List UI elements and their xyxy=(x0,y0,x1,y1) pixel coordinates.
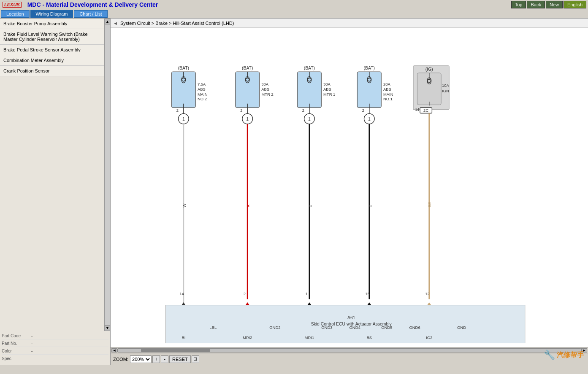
svg-text:15: 15 xyxy=(365,291,370,296)
svg-text:1: 1 xyxy=(246,117,249,121)
breadcrumb-back-arrow[interactable]: ◄ xyxy=(113,21,118,26)
svg-marker-96 xyxy=(427,302,431,305)
prop-part-no: Part No. - xyxy=(2,340,108,347)
nav-buttons: Top Back New English xyxy=(509,0,588,9)
svg-text:30A: 30A xyxy=(261,82,269,86)
diagram-svg: (BAT) 7.5A ABS MAIN NO.2 2 1 W xyxy=(111,28,588,347)
breadcrumb-path: System Circuit > Brake > Hill-Start Assi… xyxy=(120,21,234,26)
content-area: ◄ System Circuit > Brake > Hill-Start As… xyxy=(111,19,588,365)
prop-part-no-value: - xyxy=(31,341,33,346)
prop-color-value: - xyxy=(31,349,33,353)
svg-text:2: 2 xyxy=(244,291,246,296)
prop-part-no-label: Part No. xyxy=(2,341,31,346)
scroll-down-button[interactable]: ▼ xyxy=(105,325,111,331)
svg-marker-92 xyxy=(182,302,185,305)
svg-text:NO.1: NO.1 xyxy=(383,97,393,101)
svg-text:30A: 30A xyxy=(323,82,331,86)
top-button[interactable]: Top xyxy=(511,1,526,8)
watermark-text: 汽修帮手 xyxy=(557,351,584,360)
breadcrumb: ◄ System Circuit > Brake > Hill-Start As… xyxy=(111,19,588,28)
bottombar: ZOOM: 200% 50% 100% 150% 300% + - RESET … xyxy=(111,353,588,365)
zoom-select[interactable]: 200% 50% 100% 150% 300% xyxy=(130,355,152,363)
hscroll-left-arrow[interactable]: ◄ xyxy=(111,348,117,352)
svg-text:ABS: ABS xyxy=(323,87,331,92)
properties-panel: Part Code - Part No. - Color - Spec - xyxy=(0,331,110,365)
svg-text:IG2: IG2 xyxy=(426,335,432,340)
svg-text:BE: BE xyxy=(427,202,432,207)
new-button[interactable]: New xyxy=(546,1,563,8)
svg-text:GND2: GND2 xyxy=(269,325,280,330)
svg-text:R: R xyxy=(246,204,250,207)
reset-button[interactable]: RESET xyxy=(169,355,191,363)
tab-wiring-diagram[interactable]: Wiring Diagram xyxy=(30,10,73,18)
scroll-up-button[interactable]: ▲ xyxy=(105,19,111,24)
back-button[interactable]: Back xyxy=(527,1,545,8)
svg-text:GND6: GND6 xyxy=(409,325,420,330)
svg-text:MTR 2: MTR 2 xyxy=(261,92,273,97)
hscroll-track[interactable] xyxy=(117,348,581,352)
prop-spec: Spec - xyxy=(2,355,108,362)
svg-text:1: 1 xyxy=(305,291,307,296)
horizontal-scrollbar[interactable]: ◄ ► xyxy=(111,347,588,353)
svg-text:GND3: GND3 xyxy=(321,325,332,330)
svg-text:NO.2: NO.2 xyxy=(198,97,207,101)
svg-text:1: 1 xyxy=(182,117,185,121)
svg-text:14: 14 xyxy=(415,108,420,112)
fit-button[interactable]: ⊡ xyxy=(192,355,199,363)
sidebar-scrollbar: ▲ ▼ xyxy=(104,19,110,331)
app-title: MDC - Material Development & Delivery Ce… xyxy=(24,1,509,8)
svg-text:MAIN: MAIN xyxy=(383,92,393,97)
zoom-label: ZOOM: xyxy=(113,357,128,362)
zoom-in-button[interactable]: + xyxy=(152,355,160,363)
hscroll-thumb[interactable] xyxy=(141,349,211,352)
sidebar-item-1[interactable]: Brake Fluid Level Warning Switch (Brake … xyxy=(0,29,104,45)
svg-text:12: 12 xyxy=(425,291,430,296)
sidebar-item-2[interactable]: Brake Pedal Stroke Sensor Assembly xyxy=(0,45,104,55)
svg-text:GND: GND xyxy=(457,325,466,330)
svg-text:(IG): (IG) xyxy=(425,67,433,72)
svg-text:B: B xyxy=(368,205,372,207)
svg-text:2: 2 xyxy=(302,108,304,113)
sidebar: Brake Booster Pump Assembly Brake Fluid … xyxy=(0,19,111,365)
svg-text:MTR 1: MTR 1 xyxy=(323,92,335,97)
zoom-out-button[interactable]: - xyxy=(161,355,168,363)
svg-text:2: 2 xyxy=(240,108,242,113)
svg-text:(BAT): (BAT) xyxy=(242,66,253,70)
sidebar-item-3[interactable]: Combination Meter Assembly xyxy=(0,55,104,66)
prop-part-code-value: - xyxy=(31,334,33,338)
english-button[interactable]: English xyxy=(564,1,586,8)
svg-text:14: 14 xyxy=(179,291,184,296)
svg-text:ABS: ABS xyxy=(261,87,269,92)
svg-text:IGN: IGN xyxy=(442,89,449,93)
svg-text:(BAT): (BAT) xyxy=(178,66,189,70)
svg-text:BI: BI xyxy=(182,335,185,340)
watermark: 🔧 汽修帮手 xyxy=(544,350,584,361)
svg-text:B: B xyxy=(308,205,312,207)
logo: LEXUS xyxy=(0,1,24,8)
svg-text:2: 2 xyxy=(176,108,179,113)
svg-text:MRI1: MRI1 xyxy=(305,335,314,340)
svg-text:ABS: ABS xyxy=(198,87,206,92)
watermark-icon: 🔧 xyxy=(544,350,555,361)
sidebar-item-0[interactable]: Brake Booster Pump Assembly xyxy=(0,19,104,29)
sidebar-list: Brake Booster Pump Assembly Brake Fluid … xyxy=(0,19,104,331)
svg-marker-95 xyxy=(367,302,371,305)
svg-marker-93 xyxy=(245,302,249,305)
sidebar-inner: Brake Booster Pump Assembly Brake Fluid … xyxy=(0,19,110,331)
prop-part-code: Part Code - xyxy=(2,333,108,339)
svg-text:10A: 10A xyxy=(442,83,450,88)
topbar: LEXUS MDC - Material Development & Deliv… xyxy=(0,0,588,9)
sidebar-item-4[interactable]: Crank Position Sensor xyxy=(0,66,104,76)
svg-text:7.5A: 7.5A xyxy=(198,82,206,86)
wiring-diagram[interactable]: (BAT) 7.5A ABS MAIN NO.2 2 1 W xyxy=(111,28,588,347)
main-layout: Brake Booster Pump Assembly Brake Fluid … xyxy=(0,19,588,365)
svg-text:LBL: LBL xyxy=(209,325,217,330)
svg-text:2C: 2C xyxy=(423,108,428,113)
logo-text: LEXUS xyxy=(3,2,22,8)
tab-chart-list[interactable]: Chart / List xyxy=(74,10,107,18)
tab-location[interactable]: Location xyxy=(1,10,30,18)
prop-spec-value: - xyxy=(31,356,33,361)
svg-text:20A: 20A xyxy=(383,82,391,86)
svg-text:2: 2 xyxy=(362,108,364,113)
svg-text:GND4: GND4 xyxy=(349,325,360,330)
